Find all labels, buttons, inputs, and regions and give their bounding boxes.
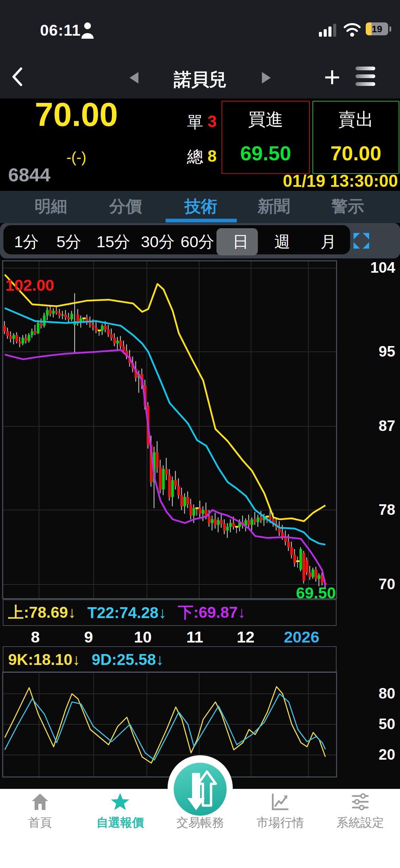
timeframe-week[interactable]: 週 — [259, 231, 306, 253]
symbol-title: 諾貝兒 — [146, 68, 254, 92]
nav-market-label: 市場行情 — [246, 815, 314, 831]
kd-oscillator-chart[interactable] — [0, 671, 343, 778]
kd-legend-item: 9D:25.58↓ — [92, 650, 164, 669]
tab-prices[interactable]: 分價 — [92, 196, 159, 217]
sell-price: 70.00 — [313, 142, 399, 165]
date-axis-label: 11 — [174, 628, 215, 646]
nav-trading-label: 交易帳務 — [166, 815, 234, 831]
price-axis-label: 70 — [341, 576, 395, 593]
kd-axis-label: 80 — [341, 685, 395, 702]
nav-home[interactable]: 首頁 — [6, 792, 74, 831]
market-chart-icon — [271, 792, 290, 811]
nav-watchlist-label: 自選報價 — [86, 815, 154, 831]
menu-icon[interactable] — [356, 67, 375, 86]
kd-axis-label: 20 — [341, 746, 395, 763]
period-high-label: 102.00 — [5, 276, 54, 294]
bollinger-legend-item: T22:74.28↓ — [87, 603, 166, 622]
wifi-icon — [343, 22, 361, 37]
tab-alerts[interactable]: 警示 — [314, 196, 382, 217]
bollinger-legend-item: 下:69.87↓ — [178, 602, 245, 623]
bollinger-legend: 上:78.69↓T22:74.28↓下:69.87↓ — [3, 599, 337, 626]
price-axis-label: 87 — [341, 417, 395, 434]
timeframe-month[interactable]: 月 — [305, 231, 352, 253]
active-tab-underline — [166, 219, 237, 222]
quote-timestamp: 01/19 13:30:00 — [190, 171, 398, 191]
bollinger-legend-item: 上:78.69↓ — [8, 602, 76, 623]
transfer-arrows-icon — [174, 763, 227, 816]
tab-details[interactable]: 明細 — [17, 196, 85, 217]
battery-nub — [389, 26, 391, 32]
add-symbol-button[interactable]: + — [317, 60, 347, 93]
price-axis-label: 104 — [341, 259, 395, 276]
next-symbol-icon[interactable] — [262, 72, 271, 84]
fullscreen-icon[interactable] — [354, 233, 369, 249]
date-axis-label: 10 — [122, 628, 163, 646]
tab-bar: 明細 分價 技術 新聞 警示 — [0, 191, 400, 223]
price-change: -(-) — [14, 149, 139, 166]
timeframe-1min[interactable]: 1分 — [3, 231, 50, 253]
nav-watchlist[interactable]: 自選報價 — [86, 792, 154, 831]
timeframe-day[interactable]: 日 — [217, 231, 264, 253]
tab-news[interactable]: 新聞 — [240, 196, 308, 217]
settings-sliders-icon — [351, 792, 370, 811]
date-axis-label: 12 — [225, 628, 266, 646]
nav-settings[interactable]: 系統設定 — [326, 792, 394, 831]
battery-icon: 19 — [366, 22, 388, 35]
buy-button[interactable]: 買進 69.50 — [222, 101, 310, 174]
timeframe-15min[interactable]: 15分 — [90, 231, 137, 253]
buy-price: 69.50 — [222, 142, 309, 165]
timeframe-bar: 1分 5分 15分 30分 60分 日 週 月 — [0, 223, 400, 258]
price-axis-label: 95 — [341, 343, 395, 360]
prev-symbol-icon[interactable] — [130, 72, 138, 84]
nav-market[interactable]: 市場行情 — [246, 792, 314, 831]
last-price: 70.00 — [14, 98, 139, 131]
nav-home-label: 首頁 — [6, 815, 74, 831]
kd-axis-label: 50 — [341, 716, 395, 733]
kd-legend: 9K:18.10↓9D:25.58↓ — [3, 646, 337, 673]
price-axis-label: 78 — [341, 501, 395, 518]
nav-settings-label: 系統設定 — [326, 815, 394, 831]
battery-percent: 19 — [366, 24, 388, 35]
timeframe-5min[interactable]: 5分 — [45, 231, 93, 253]
signal-icon — [319, 22, 339, 37]
tab-technical[interactable]: 技術 — [167, 196, 235, 217]
timeframe-60min[interactable]: 60分 — [174, 231, 221, 253]
status-time: 06:11 — [40, 21, 81, 39]
home-icon — [31, 792, 50, 811]
date-axis-label: 9 — [68, 628, 109, 646]
sell-button[interactable]: 賣出 70.00 — [312, 101, 399, 174]
buy-label: 買進 — [222, 108, 309, 131]
main-candlestick-chart[interactable] — [0, 260, 343, 599]
timeframe-pill: 1分 5分 15分 30分 60分 日 週 月 — [3, 225, 350, 254]
date-axis-label: 2026 — [281, 628, 322, 646]
stock-app: 06:11 19 諾貝兒 + 70.00 -(-) 單 3 總 8 買進 69.… — [0, 0, 400, 868]
symbol-code: 6844 — [8, 164, 51, 186]
sell-label: 賣出 — [313, 108, 399, 131]
trade-fab-button[interactable] — [174, 763, 227, 816]
kd-legend-item: 9K:18.10↓ — [8, 650, 80, 669]
star-icon — [110, 792, 130, 811]
user-icon — [81, 22, 94, 39]
date-axis-label: 8 — [15, 628, 56, 646]
back-icon[interactable] — [10, 67, 24, 87]
